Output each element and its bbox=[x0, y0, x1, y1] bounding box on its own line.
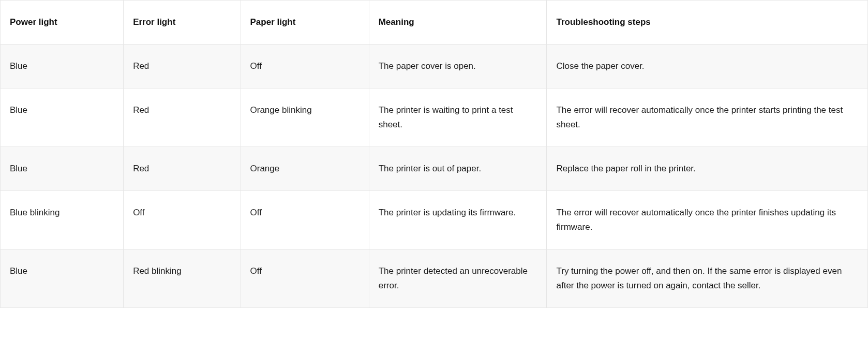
table-row: Blue Red Off The paper cover is open. Cl… bbox=[1, 45, 868, 89]
cell-meaning: The printer is waiting to print a test s… bbox=[369, 89, 547, 147]
cell-paper-light: Off bbox=[241, 250, 369, 308]
cell-paper-light: Off bbox=[241, 45, 369, 89]
cell-meaning: The printer detected an unrecoverable er… bbox=[369, 250, 547, 308]
cell-paper-light: Orange blinking bbox=[241, 89, 369, 147]
cell-steps: Try turning the power off, and then on. … bbox=[547, 250, 868, 308]
cell-steps: Close the paper cover. bbox=[547, 45, 868, 89]
header-troubleshooting-steps: Troubleshooting steps bbox=[547, 1, 868, 45]
cell-meaning: The printer is updating its firmware. bbox=[369, 191, 547, 250]
table-header-row: Power light Error light Paper light Mean… bbox=[1, 1, 868, 45]
cell-power-light: Blue bbox=[1, 250, 124, 308]
cell-error-light: Red bbox=[124, 147, 241, 191]
cell-error-light: Red blinking bbox=[124, 250, 241, 308]
table-row: Blue blinking Off Off The printer is upd… bbox=[1, 191, 868, 250]
header-error-light: Error light bbox=[124, 1, 241, 45]
header-power-light: Power light bbox=[1, 1, 124, 45]
table-row: Blue Red blinking Off The printer detect… bbox=[1, 250, 868, 308]
table-row: Blue Red Orange The printer is out of pa… bbox=[1, 147, 868, 191]
troubleshooting-table: Power light Error light Paper light Mean… bbox=[0, 0, 868, 308]
cell-power-light: Blue bbox=[1, 45, 124, 89]
cell-error-light: Red bbox=[124, 89, 241, 147]
cell-error-light: Off bbox=[124, 191, 241, 250]
header-paper-light: Paper light bbox=[241, 1, 369, 45]
cell-paper-light: Orange bbox=[241, 147, 369, 191]
cell-steps: The error will recover automatically onc… bbox=[547, 191, 868, 250]
cell-error-light: Red bbox=[124, 45, 241, 89]
cell-meaning: The paper cover is open. bbox=[369, 45, 547, 89]
cell-power-light: Blue blinking bbox=[1, 191, 124, 250]
header-meaning: Meaning bbox=[369, 1, 547, 45]
table-row: Blue Red Orange blinking The printer is … bbox=[1, 89, 868, 147]
cell-power-light: Blue bbox=[1, 147, 124, 191]
cell-steps: The error will recover automatically onc… bbox=[547, 89, 868, 147]
cell-steps: Replace the paper roll in the printer. bbox=[547, 147, 868, 191]
cell-meaning: The printer is out of paper. bbox=[369, 147, 547, 191]
cell-power-light: Blue bbox=[1, 89, 124, 147]
cell-paper-light: Off bbox=[241, 191, 369, 250]
